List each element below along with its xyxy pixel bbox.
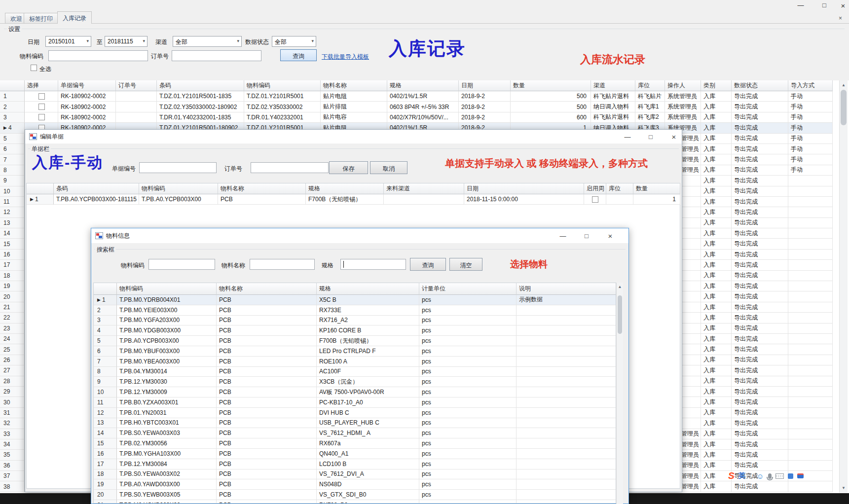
dialog-minimize-icon[interactable]: — bbox=[620, 133, 635, 141]
order-no-input[interactable] bbox=[172, 50, 261, 61]
annotation-manual-entry: 单据支持手动录入 或 移动终端录入，多种方式 bbox=[445, 157, 648, 170]
table-row[interactable]: 2RK-180902-0002T.DZ.02.Y350330002-180902… bbox=[0, 102, 849, 112]
tab-inbound-records[interactable]: 入库记录 bbox=[57, 11, 92, 24]
table-row[interactable]: 21T.PB.M0.YGKB003X00PCBRX708_B0pcs bbox=[94, 500, 616, 504]
table-row[interactable]: 14T.PB.S0.YEWA003X03PCBVS_7612_HDMI_ Apc… bbox=[94, 428, 616, 438]
row-checkbox[interactable] bbox=[38, 93, 45, 100]
tabstrip-close-icon[interactable]: × bbox=[839, 15, 842, 22]
table-row[interactable]: 20T.PB.S0.YEWB003X05PCBVS_GTX_SDI_B0pcs bbox=[94, 490, 616, 500]
table-row[interactable]: 5T.PB.A0.YCPB003X00PCBF700B（无铅喷锡）pcs bbox=[94, 336, 616, 346]
spec-input[interactable] bbox=[340, 259, 406, 270]
checkbox-cell bbox=[25, 112, 58, 123]
material-code-input[interactable] bbox=[148, 259, 215, 270]
table-cell: PC-KB17-10_A0 bbox=[317, 397, 419, 408]
table-row[interactable]: 3T.PB.M0.YGFA203X00PCBRX716_A2pcs bbox=[94, 316, 616, 326]
punctuation-icon[interactable]: ’, bbox=[749, 472, 753, 480]
query-button[interactable]: 查询 bbox=[410, 258, 446, 271]
row-checkbox[interactable] bbox=[38, 114, 45, 120]
toolbox-icon[interactable] bbox=[797, 473, 804, 478]
material-code-input[interactable] bbox=[48, 50, 148, 61]
form-icon bbox=[95, 232, 103, 239]
lang-en-icon[interactable]: 英 bbox=[738, 471, 745, 480]
table-cell: DVI HUB C bbox=[317, 408, 419, 418]
window-maximize-icon[interactable]: □ bbox=[817, 1, 832, 9]
table-row[interactable]: 7T.PB.M0.YBEA003X00PCBROE100 Apcs bbox=[94, 357, 616, 367]
table-cell: 入库 bbox=[701, 397, 732, 407]
table-row[interactable]: 2T.PB.M0.YEIE003X00PCBRX733Epcs bbox=[94, 305, 616, 316]
table-cell: T.PB.B0.YZXA003X01 bbox=[117, 397, 217, 408]
table-row[interactable]: ▶1T.PB.A0.YCPB003X00-181115T.PB.A0.YCPB0… bbox=[27, 194, 680, 205]
table-row[interactable]: ▶1T.PB.M0.YDRB004X01PCBX5C Bpcs示例数据 bbox=[94, 295, 616, 305]
channel-combo[interactable]: 全部 ▾ bbox=[173, 36, 242, 47]
vertical-scrollbar[interactable]: ▲ ▼ bbox=[839, 80, 848, 493]
table-row[interactable]: 17T.PB.12.YM30084PCBLCD100 Bpcs bbox=[94, 459, 616, 469]
table-row[interactable]: 18T.PB.S0.YEWA003X02PCBVS_7612_DVI_Apcs bbox=[94, 469, 616, 480]
dialog-maximize-icon[interactable]: □ bbox=[579, 232, 594, 240]
select-all-label: 全选 bbox=[39, 65, 51, 73]
table-cell: PCB bbox=[217, 469, 317, 480]
keyboard-icon[interactable] bbox=[775, 473, 784, 479]
order-no-input[interactable] bbox=[251, 162, 329, 173]
table-row[interactable]: 15T.PB.02.YM30056PCBRX607apcs bbox=[94, 438, 616, 449]
scroll-down-icon[interactable]: ▼ bbox=[840, 486, 848, 490]
save-button[interactable]: 保存 bbox=[329, 161, 368, 174]
data-status-value: 全部 bbox=[275, 38, 287, 45]
clear-button[interactable]: 清空 bbox=[449, 258, 482, 271]
row-checkbox[interactable] bbox=[38, 104, 45, 110]
date-from-combo[interactable]: 20150101 ▾ bbox=[45, 36, 91, 47]
order-no-label: 订单号 bbox=[151, 52, 169, 61]
vertical-scrollbar[interactable]: ▲ bbox=[616, 283, 623, 504]
table-row[interactable]: 9T.PB.12.YM30030PCBX3CB（沉金）pcs bbox=[94, 377, 616, 387]
query-button[interactable]: 查询 bbox=[280, 49, 317, 61]
table-row[interactable]: 16T.PB.M0.YGHA103X00PCBQN400_A1pcs bbox=[94, 449, 616, 459]
text-cursor bbox=[343, 261, 344, 268]
table-row[interactable]: 4T.PB.M0.YDGB003X00PCBKP160 CORE Bpcs bbox=[94, 325, 616, 336]
scrollbar-thumb[interactable] bbox=[841, 90, 847, 125]
window-minimize-icon[interactable]: — bbox=[793, 1, 808, 9]
table-row[interactable]: 10T.PB.12.YM30009PCBAV板 7500-VP0AV0-00Rp… bbox=[94, 387, 616, 397]
scroll-up-icon[interactable]: ▲ bbox=[840, 83, 848, 87]
dialog-close-icon[interactable]: × bbox=[602, 232, 618, 240]
table-row[interactable]: 8T.PB.04.YM30014PCBAC100Fpcs bbox=[94, 367, 616, 377]
chevron-down-icon: ▾ bbox=[237, 38, 239, 43]
table-cell: 贴片排阻 bbox=[321, 102, 387, 112]
window-close-icon[interactable]: × bbox=[836, 1, 849, 10]
dialog-close-icon[interactable]: × bbox=[666, 133, 682, 141]
enable-week-checkbox[interactable] bbox=[592, 196, 598, 203]
table-row[interactable]: 19T.PB.A0.YAWD003X00PCBNS048Dpcs bbox=[94, 479, 616, 490]
table-cell: 导出完成 bbox=[732, 408, 788, 418]
table-row[interactable]: 1RK-180902-0002T.DZ.01.Y2101R5001-1835T.… bbox=[0, 91, 849, 102]
tab-label-print[interactable]: 标签打印 bbox=[24, 13, 58, 23]
date-to-combo[interactable]: 20181115 ▾ bbox=[105, 36, 148, 47]
emoji-icon[interactable]: ☺ bbox=[756, 472, 764, 480]
data-status-combo[interactable]: 全部 ▾ bbox=[272, 36, 316, 47]
select-all-checkbox[interactable] bbox=[31, 65, 37, 71]
column-header: 计量单位 bbox=[419, 283, 517, 295]
table-cell bbox=[788, 450, 833, 460]
table-row[interactable]: 11T.PB.B0.YZXA003X01PCBPC-KB17-10_A0pcs bbox=[94, 397, 616, 408]
table-row[interactable]: 12T.PB.01.YN20031PCBDVI HUB Cpcs bbox=[94, 408, 616, 418]
dialog-minimize-icon[interactable]: — bbox=[555, 232, 571, 240]
download-template-link[interactable]: 下载批量导入模板 bbox=[322, 53, 369, 61]
table-cell: T.PB.M0.YBEA003X00 bbox=[117, 357, 217, 367]
table-cell bbox=[517, 500, 616, 504]
table-cell: PCB bbox=[217, 438, 317, 449]
sogou-logo-icon[interactable]: S bbox=[728, 470, 735, 481]
table-row[interactable]: 6T.PB.M0.YBUF003X00PCBLED Pro CTRLPAD Fp… bbox=[94, 346, 616, 357]
table-row[interactable]: 3RK-180902-0002T.DR.01.Y402332001-1835T.… bbox=[0, 112, 849, 123]
mic-icon[interactable] bbox=[768, 473, 772, 479]
material-name-input[interactable] bbox=[250, 259, 315, 270]
table-cell bbox=[517, 336, 616, 346]
table-cell: 导出完成 bbox=[732, 144, 788, 154]
handwriting-icon[interactable] bbox=[788, 473, 793, 479]
dialog-maximize-icon[interactable]: □ bbox=[643, 133, 659, 141]
doc-no-input[interactable] bbox=[139, 162, 217, 173]
cancel-button[interactable]: 取消 bbox=[370, 161, 407, 174]
edit-dialog-titlebar[interactable]: 编辑单据 bbox=[25, 130, 682, 144]
row-number: 29 bbox=[0, 387, 25, 397]
table-row[interactable]: 13T.PB.H0.YBTC003X01PCBUSB_PLAYER_HUB Cp… bbox=[94, 418, 616, 429]
table-cell: RK-180902-0002 bbox=[58, 91, 116, 102]
scrollbar-thumb[interactable] bbox=[618, 295, 622, 334]
scroll-up-icon[interactable]: ▲ bbox=[617, 285, 623, 289]
material-dialog-titlebar[interactable]: 物料信息 bbox=[91, 228, 628, 243]
